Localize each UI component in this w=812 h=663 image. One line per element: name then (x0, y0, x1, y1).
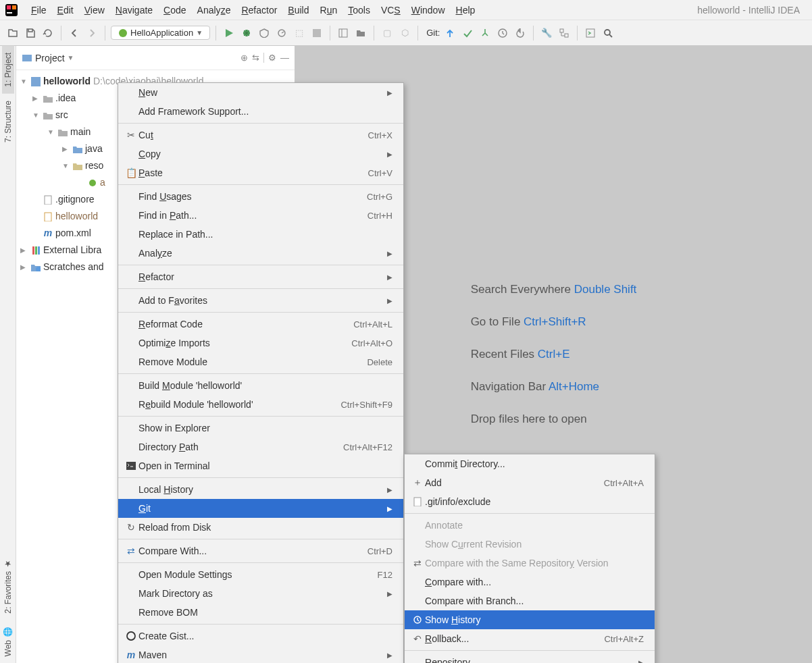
ctx-optimize[interactable]: Optimize ImportsCtrl+Alt+O (118, 334, 403, 352)
commit-icon[interactable] (460, 26, 475, 41)
menu-code[interactable]: Code (158, 3, 191, 18)
git-compare-branch[interactable]: Compare with Branch... (405, 591, 655, 610)
layout-icon[interactable] (336, 26, 351, 41)
run-icon[interactable] (222, 26, 236, 41)
svg-rect-8 (339, 29, 347, 37)
forward-icon[interactable] (84, 26, 99, 41)
project-panel-tools: ⊕ ⇆ ⚙ — (240, 53, 289, 63)
ctx-directory-path[interactable]: Directory PathCtrl+Alt+F12 (118, 437, 403, 456)
git-rollback[interactable]: ↶Rollback...Ctrl+Alt+Z (405, 629, 655, 648)
ctx-find-in-path[interactable]: Find in Path...Ctrl+H (118, 206, 403, 225)
git-show-current-rev: Show Current Revision (405, 535, 655, 554)
menu-build[interactable]: Build (282, 3, 314, 18)
ctx-add-framework[interactable]: Add Framework Support... (118, 102, 403, 121)
ctx-show-explorer[interactable]: Show in Explorer (118, 419, 403, 437)
open-icon[interactable] (5, 26, 20, 41)
window-title: helloworld - IntelliJ IDEA (697, 5, 807, 16)
menu-analyze[interactable]: Analyze (192, 3, 236, 18)
search-icon[interactable] (601, 26, 615, 41)
svg-rect-16 (31, 77, 41, 86)
menu-tools[interactable]: Tools (342, 3, 376, 18)
svg-rect-12 (565, 34, 568, 37)
history-icon[interactable] (495, 26, 510, 41)
git-repository[interactable]: Repository▶ (405, 653, 655, 663)
update-icon[interactable] (442, 26, 457, 41)
menubar: File Edit View Navigate Code Analyze Ref… (0, 0, 812, 20)
cube-icon[interactable]: ⬡ (397, 26, 412, 41)
run-config-label: HelloApplication (130, 28, 193, 38)
ctx-create-gist[interactable]: Create Gist... (118, 627, 403, 645)
svg-rect-2 (12, 5, 16, 9)
ctx-analyze[interactable]: Analyze▶ (118, 244, 403, 263)
menu-navigate[interactable]: Navigate (110, 3, 158, 18)
debug-icon[interactable] (239, 26, 254, 41)
git-add[interactable]: ＋AddCtrl+Alt+A (405, 473, 655, 492)
device-icon[interactable]: ▢ (380, 26, 395, 41)
ctx-rebuild-module[interactable]: Rebuild Module 'helloworld'Ctrl+Shift+F9 (118, 395, 403, 414)
ctx-reformat[interactable]: Reformat CodeCtrl+Alt+L (118, 315, 403, 334)
hide-icon[interactable]: — (280, 53, 289, 63)
toolbar-sep (105, 26, 105, 41)
ctx-replace-in-path[interactable]: Replace in Path... (118, 225, 403, 244)
context-menu-git: Commit Directory... ＋AddCtrl+Alt+A .git/… (404, 454, 655, 663)
stop-icon[interactable] (309, 26, 324, 41)
project-view-selector[interactable]: Project ▼ (22, 53, 74, 63)
rail-structure[interactable]: 7: Structure (2, 94, 14, 149)
ctx-open-module-settings[interactable]: Open Module SettingsF12 (118, 565, 403, 584)
ctx-mark-directory[interactable]: Mark Directory as▶ (118, 584, 403, 603)
ctx-add-favorites[interactable]: Add to Favorites▶ (118, 291, 403, 310)
structure-icon[interactable] (557, 26, 572, 41)
menu-vcs[interactable]: VCS (376, 3, 406, 18)
menu-view[interactable]: View (79, 3, 110, 18)
context-menu-main: New▶ Add Framework Support... ✂CutCtrl+X… (118, 82, 404, 663)
ctx-new[interactable]: New▶ (118, 83, 403, 102)
hint-shortcut: Ctrl+E (538, 348, 570, 361)
git-annotate: Annotate (405, 516, 655, 535)
git-compare-with[interactable]: Compare with... (405, 573, 655, 591)
ctx-remove-module[interactable]: Remove ModuleDelete (118, 352, 403, 371)
ctx-paste[interactable]: 📋PasteCtrl+V (118, 163, 403, 182)
rail-web[interactable]: Web🌐 (2, 620, 14, 663)
git-commit-dir[interactable]: Commit Directory... (405, 454, 655, 473)
rail-favorites[interactable]: 2: Favorites★ (2, 552, 14, 620)
rail-project[interactable]: 1: Project (2, 46, 14, 94)
attach-icon[interactable]: ⬚ (292, 26, 307, 41)
ctx-refactor[interactable]: Refactor▶ (118, 267, 403, 286)
menu-edit[interactable]: Edit (52, 3, 79, 18)
ctx-build-module[interactable]: Build Module 'helloworld' (118, 376, 403, 395)
ctx-compare-with[interactable]: ⇄Compare With...Ctrl+D (118, 541, 403, 560)
ctx-cut[interactable]: ✂CutCtrl+X (118, 126, 403, 144)
ctx-remove-bom[interactable]: Remove BOM (118, 603, 403, 622)
folder-icon[interactable] (353, 26, 368, 41)
git-exclude[interactable]: .git/info/exclude (405, 492, 655, 511)
menu-run[interactable]: Run (315, 3, 343, 18)
toolbar-sep (374, 26, 374, 41)
svg-rect-11 (560, 29, 563, 32)
save-icon[interactable] (23, 26, 38, 41)
ctx-find-usages[interactable]: Find UsagesCtrl+G (118, 187, 403, 206)
target-icon[interactable]: ⊕ (240, 53, 248, 63)
git-show-history[interactable]: Show History (405, 610, 655, 629)
ctx-maven[interactable]: mMaven▶ (118, 645, 403, 663)
profile-icon[interactable] (274, 26, 289, 41)
push-icon[interactable] (478, 26, 492, 41)
ctx-open-terminal[interactable]: Open in Terminal (118, 456, 403, 475)
refresh-icon[interactable] (41, 26, 55, 41)
wrench-icon[interactable]: 🔧 (539, 26, 554, 41)
coverage-icon[interactable] (257, 26, 272, 41)
runanything-icon[interactable] (583, 26, 598, 41)
menu-file[interactable]: File (26, 3, 52, 18)
run-config-selector[interactable]: HelloApplication ▼ (111, 26, 210, 40)
menu-window[interactable]: Window (406, 3, 451, 18)
ctx-reload[interactable]: ↻Reload from Disk (118, 518, 403, 537)
ctx-copy[interactable]: Copy▶ (118, 144, 403, 163)
ctx-local-history[interactable]: Local History▶ (118, 480, 403, 499)
menu-help[interactable]: Help (451, 3, 481, 18)
expand-icon[interactable]: ⇆ (252, 53, 259, 63)
revert-icon[interactable] (513, 26, 528, 41)
ctx-git[interactable]: Git▶ (118, 499, 403, 518)
chevron-down-icon: ▼ (68, 54, 74, 61)
gear-icon[interactable]: ⚙ (268, 53, 276, 63)
menu-refactor[interactable]: Refactor (236, 3, 282, 18)
back-icon[interactable] (67, 26, 82, 41)
